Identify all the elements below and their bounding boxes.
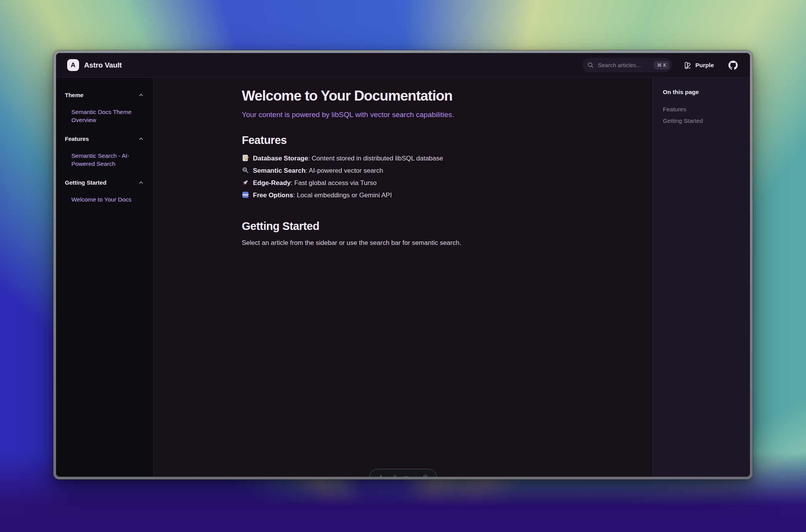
feature-label: Database Storage [253,155,308,162]
feature-item-database-storage: Database Storage: Content stored in dist… [242,152,564,165]
sidebar-item-semantic-search[interactable]: Semantic Search - AI-Powered Search [71,152,144,168]
page-subtitle: Your content is powered by libSQL with v… [242,111,564,119]
audit-icon[interactable] [403,474,410,477]
svg-text:FREE: FREE [242,194,248,196]
chevron-up-icon [138,136,144,142]
feature-label: Free Options [253,192,293,199]
memo-emoji-icon [242,154,249,161]
sidebar-group-getting-started-toggle[interactable]: Getting Started [65,179,144,186]
features-heading: Features [242,134,564,147]
getting-started-text: Select an article from the sidebar or us… [242,239,564,247]
header-actions: ⌘ K Purple [582,58,740,72]
content-area: Welcome to Your Documentation Your conte… [154,78,652,477]
palette-swatchbook-icon [684,61,692,69]
page-title: Welcome to Your Documentation [242,88,564,104]
app-header: A Astro Vault ⌘ K [56,53,750,78]
chevron-up-icon [138,180,144,185]
feature-label: Semantic Search [253,167,306,174]
sidebar-item-semantic-docs-theme-overview[interactable]: Semantic Docs Theme Overview [71,108,144,124]
app-window: A Astro Vault ⌘ K [53,50,753,479]
chevron-up-icon [138,92,144,98]
settings-gear-icon[interactable] [422,474,429,477]
magnifying-glass-emoji-icon [242,166,249,173]
github-link[interactable] [726,60,740,70]
search-icon [587,62,594,68]
search-bar[interactable]: ⌘ K [582,58,672,72]
feature-text: : Fast global access via Turso [291,179,377,187]
dev-toolbar-divider [416,473,416,477]
github-icon [728,61,738,70]
sidebar-group-theme-toggle[interactable]: Theme [65,92,144,98]
sidebar-group-label: Getting Started [65,179,106,186]
sidebar-group-features-toggle[interactable]: Features [65,135,144,142]
free-button-emoji-icon: FREE [242,190,249,198]
feature-text: : Local embeddings or Gemini API [293,192,392,199]
theme-selector-label: Purple [695,62,714,69]
app-title: Astro Vault [84,61,122,69]
sidebar-group-links: Semantic Docs Theme Overview [71,108,144,124]
rocket-emoji-icon [242,178,249,185]
getting-started-heading: Getting Started [242,220,564,233]
sidebar-group-features: Features Semantic Search - AI-Powered Se… [65,135,144,168]
features-list: Database Storage: Content stored in dist… [242,152,564,202]
sidebar-group-getting-started: Getting Started Welcome to Your Docs [65,179,144,203]
sidebar-group-links: Semantic Search - AI-Powered Search [71,152,144,168]
feature-item-free-options: FREE Free Options: Local embeddings or G… [242,189,564,202]
article: Welcome to Your Documentation Your conte… [242,78,564,247]
toc-link-getting-started[interactable]: Getting Started [663,117,744,125]
theme-selector-button[interactable]: Purple [682,61,716,69]
toc-link-features[interactable]: Features [663,106,744,113]
toc-links: Features Getting Started [663,106,744,125]
dev-toolbar [369,469,437,477]
search-shortcut-badge: ⌘ K [654,61,669,69]
astro-logo-icon[interactable] [378,474,384,477]
sidebar-group-theme: Theme Semantic Docs Theme Overview [65,92,144,124]
app-window-inner: A Astro Vault ⌘ K [56,53,750,477]
feature-item-edge-ready: Edge-Ready: Fast global access via Turso [242,177,564,189]
main-area: Theme Semantic Docs Theme Overview Featu… [56,78,750,477]
feature-text: : AI-powered vector search [306,167,383,174]
search-input[interactable] [597,61,651,69]
app-logo-letter: A [71,61,75,69]
sidebar-group-label: Features [65,135,89,142]
desktop-wallpaper: { "colors": { "accent_purple": "#b48ce9"… [0,0,806,532]
feature-item-semantic-search: Semantic Search: AI-powered vector searc… [242,165,564,177]
toc-title: On this page [663,89,744,96]
brand-home-link[interactable]: A Astro Vault [67,59,122,71]
inspect-icon[interactable] [390,474,397,477]
app-logo: A [67,59,79,71]
feature-label: Edge-Ready [253,179,291,187]
on-this-page-panel: On this page Features Getting Started [652,78,750,477]
feature-text: : Content stored in distributed libSQL d… [308,155,443,162]
sidebar-item-welcome-to-your-docs[interactable]: Welcome to Your Docs [71,195,144,203]
sidebar-group-label: Theme [65,92,83,98]
sidebar-nav: Theme Semantic Docs Theme Overview Featu… [56,78,154,477]
sidebar-group-links: Welcome to Your Docs [71,195,144,203]
